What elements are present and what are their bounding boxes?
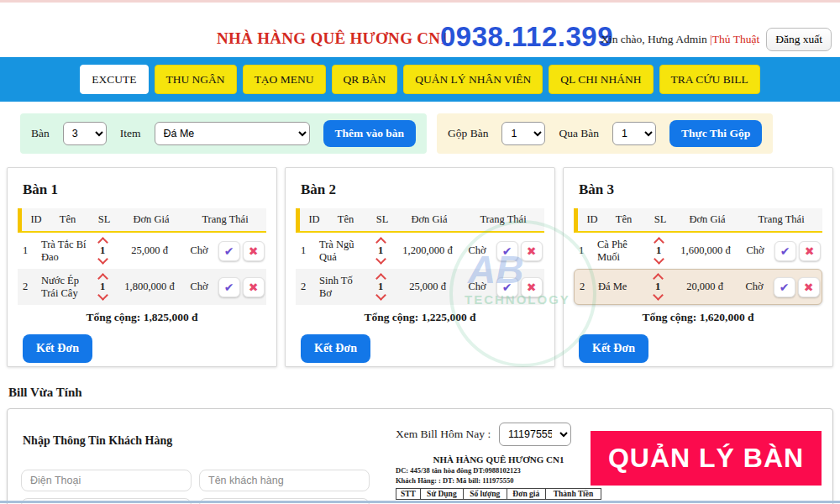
receipt-address-line: DC: 445/38 tân hòa đông DT:0988102123 [396, 466, 601, 475]
table-select-label: Bàn [31, 127, 50, 140]
quantity-stepper: 1 [644, 239, 673, 263]
confirm-item-button[interactable]: ✔ [774, 241, 796, 261]
tab-ql-chi-nhanh[interactable]: QL CHI NHÁNH [549, 65, 653, 94]
table-total: Tổng cộng: 1,225,000 đ [296, 311, 544, 324]
header: NHÀ HÀNG QUÊ HƯƠNG CN1 0938.112.399 Xin … [0, 3, 840, 57]
tab-thu-ngan[interactable]: THU NGÂN [155, 65, 237, 94]
table-header-row: ID Tên SL Đơn Giá Trang Thái [574, 208, 822, 233]
qty-decrease-icon[interactable] [97, 290, 108, 301]
col-qty: SL [90, 213, 118, 226]
tab-tao-menu[interactable]: TẠO MENU [243, 65, 326, 94]
confirm-item-button[interactable]: ✔ [774, 277, 795, 297]
qty-decrease-icon[interactable] [654, 254, 664, 265]
row-name: Đá Me [598, 281, 643, 293]
row-id: 1 [579, 244, 597, 257]
quantity-stepper: 1 [88, 239, 117, 263]
col-price: Đơn Giá [396, 213, 462, 226]
merge-table-group: Gộp Bàn 1 Qua Bàn 1 Thực Thi Gộp [437, 113, 773, 154]
quantity-stepper: 1 [88, 275, 117, 299]
phone-input[interactable] [21, 470, 192, 491]
close-order-button[interactable]: Kết Đơn [579, 334, 648, 363]
qty-increase-icon[interactable] [653, 273, 664, 284]
user-greeting: Xin chào, Hưng Admin |Thủ Thuật [601, 33, 759, 46]
tab-tra-cuu-bill[interactable]: TRA CỨU BILL [659, 65, 760, 94]
logout-button[interactable]: Đăng xuất [766, 28, 832, 51]
status-badge: Chờ [182, 244, 216, 257]
item-select[interactable]: Đá Me [155, 122, 310, 145]
qty-increase-icon[interactable] [97, 237, 108, 248]
table-select[interactable]: 3 [63, 122, 107, 145]
row-name: Nước Ép Trái Cây [41, 275, 88, 300]
receipt-preview: NHÀ HÀNG QUÊ HƯƠNG CN1 DC: 445/38 tân hò… [396, 454, 601, 500]
execute-merge-button[interactable]: Thực Thi Gộp [669, 120, 762, 147]
merge-to-select[interactable]: 1 [612, 122, 656, 145]
col-name: Tên [601, 213, 646, 226]
tab-excute[interactable]: EXCUTE [80, 65, 148, 94]
row-id: 2 [580, 281, 598, 293]
status-badge: Chờ [182, 281, 216, 293]
tab-quan-ly-nhan-vien[interactable]: QUẢN LÝ NHÂN VIÊN [403, 65, 543, 94]
row-actions: ✔ ✖ [494, 241, 544, 261]
receipt-table: STT Sử Dụng Số lượng Đơn giá Thành Tiền [396, 488, 601, 500]
table-total: Tổng cộng: 1,825,000 đ [18, 311, 266, 324]
qty-increase-icon[interactable] [654, 237, 664, 248]
col-status: Trang Thái [740, 213, 822, 226]
delete-item-button[interactable]: ✖ [798, 277, 820, 297]
manage-tables-button[interactable]: QUẢN LÝ BÀN [591, 431, 822, 486]
row-price: 25,000 đ [395, 281, 460, 293]
delete-item-button[interactable]: ✖ [521, 241, 543, 261]
row-actions: ✔ ✖ [772, 241, 822, 261]
bottom-scroll-line [0, 501, 840, 503]
add-to-table-button[interactable]: Thêm vào bàn [323, 120, 417, 147]
hotline-phone: 0938.112.399 [440, 21, 613, 53]
row-name: Trà Ngũ Quả [319, 239, 366, 264]
confirm-item-button[interactable]: ✔ [218, 241, 240, 261]
tab-qr-ban[interactable]: QR BÀN [332, 65, 398, 94]
col-status: Trang Thái [462, 213, 544, 226]
col-qty: SL [646, 213, 675, 226]
confirm-item-button[interactable]: ✔ [496, 277, 518, 297]
qty-increase-icon[interactable] [97, 273, 108, 284]
status-badge: Chờ [460, 244, 494, 257]
table-row: 1 Trà Tắc Bí Đao 1 25,000 đ Chờ ✔ ✖ [18, 233, 266, 269]
col-name: Tên [323, 213, 368, 226]
row-price: 1,800,000 đ [117, 281, 182, 293]
row-id: 2 [23, 281, 41, 293]
qty-decrease-icon[interactable] [375, 290, 386, 301]
table-row-selected: 2 Đá Me 1 20,000 đ Chờ ✔ ✖ [574, 269, 822, 305]
status-badge: Chờ [460, 281, 494, 293]
table-header-row: ID Tên SL Đơn Giá Trang Thái [18, 208, 266, 233]
qty-decrease-icon[interactable] [97, 254, 108, 265]
greeting-link[interactable]: |Thủ Thuật [710, 33, 759, 45]
view-bill-select[interactable]: 111975550 [499, 423, 571, 446]
customer-name-input[interactable] [199, 470, 370, 491]
close-order-button[interactable]: Kết Đơn [23, 334, 92, 363]
delete-item-button[interactable]: ✖ [243, 277, 265, 297]
toolbar: Bàn 3 Item Đá Me Thêm vào bàn Gộp Bàn 1 … [20, 113, 840, 154]
merge-from-select[interactable]: 1 [501, 122, 545, 145]
qty-decrease-icon[interactable] [653, 290, 664, 301]
row-price: 20,000 đ [672, 281, 738, 293]
row-name: Trà Tắc Bí Đao [41, 239, 88, 264]
table-card-3: Bàn 3 ID Tên SL Đơn Giá Trang Thái 1 Cà … [563, 167, 833, 367]
delete-item-button[interactable]: ✖ [799, 241, 821, 261]
delete-item-button[interactable]: ✖ [521, 277, 543, 297]
delete-item-button[interactable]: ✖ [243, 241, 265, 261]
confirm-item-button[interactable]: ✔ [496, 241, 518, 261]
add-item-group: Bàn 3 Item Đá Me Thêm vào bàn [20, 113, 427, 154]
customer-form-title: Nhập Thông Tin Khách Hàng [23, 434, 172, 448]
col-status: Trang Thái [184, 213, 266, 226]
row-price: 1,200,000 đ [395, 244, 460, 257]
row-price: 1,600,000 đ [673, 244, 738, 257]
confirm-item-button[interactable]: ✔ [218, 277, 240, 297]
row-actions: ✔ ✖ [216, 241, 266, 261]
row-actions: ✔ ✖ [771, 277, 822, 297]
qty-increase-icon[interactable] [375, 273, 386, 284]
receipt-col-total: Thành Tiền [545, 489, 601, 500]
quantity-stepper: 1 [643, 275, 672, 299]
row-id: 1 [301, 244, 319, 257]
close-order-button[interactable]: Kết Đơn [301, 334, 370, 363]
qty-increase-icon[interactable] [375, 237, 386, 248]
qty-decrease-icon[interactable] [375, 254, 386, 265]
restaurant-title: NHÀ HÀNG QUÊ HƯƠNG CN1 [217, 29, 449, 48]
